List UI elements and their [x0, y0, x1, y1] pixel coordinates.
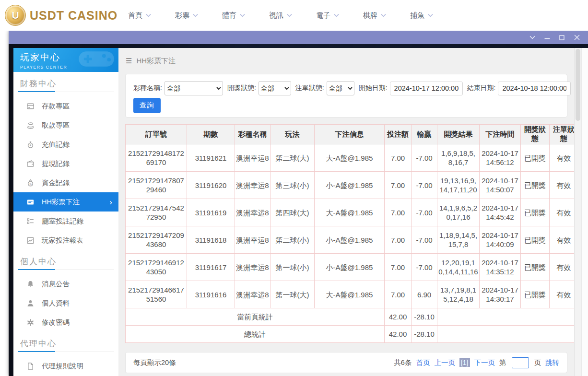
column-header: 玩法 — [270, 125, 315, 144]
summary-empty — [437, 308, 575, 326]
column-header: 注單狀態 — [550, 125, 575, 144]
window-body: 玩家中心 PLAYERS CENTER 財務中心存款專區取款專區¥充值記錄提 — [9, 44, 588, 376]
column-header: 期數 — [187, 125, 235, 144]
filter-panel: 彩種名稱: 全部 開獎狀態: 全部 注單狀態: 全 — [125, 74, 567, 118]
sidebar-item-label: 消息公告 — [42, 280, 70, 289]
first-page-link[interactable]: 首页 — [416, 358, 430, 367]
vertical-scrollbar[interactable] — [574, 48, 581, 376]
table-cell: 小-A盤@1.985 — [315, 226, 385, 254]
window-titlebar — [9, 31, 588, 44]
table-cell: 澳洲幸运8 — [235, 144, 270, 172]
scrollbar-thumb[interactable] — [576, 49, 580, 121]
chevron-down-icon — [240, 13, 245, 17]
nav-item-label: 視訊 — [269, 11, 283, 20]
nav-item-label: 電子 — [316, 11, 330, 20]
maximize-icon[interactable] — [554, 31, 569, 44]
table-cell: 14,1,9,6,5,20,17,16 — [437, 199, 480, 226]
sidebar-item-label: HH彩票下注 — [42, 198, 80, 207]
nav-item-lottery[interactable]: 彩票 — [175, 11, 198, 20]
table-cell: -7.00 — [412, 144, 437, 172]
column-header: 開獎結果 — [437, 125, 480, 144]
table-cell: 2024-10-17 14:50:07 — [480, 172, 521, 199]
table-cell: 大-A盤@1.985 — [315, 199, 385, 226]
nav-item-video[interactable]: 視訊 — [269, 11, 292, 20]
minimize-icon[interactable] — [540, 31, 554, 44]
page-jump-input[interactable] — [512, 357, 529, 368]
table-cell: 2024-10-17 14:45:42 — [480, 199, 521, 226]
table-cell: 澳洲幸运8 — [235, 226, 270, 254]
sidebar-item-hh-lottery-bets[interactable]: HH彩票下注› — [13, 192, 118, 212]
sidebar-item-label: 提現記錄 — [42, 159, 70, 168]
jump-button[interactable]: 跳转 — [545, 358, 559, 367]
table-cell: 澳洲幸运8 — [235, 172, 270, 199]
table-cell: 有效 — [550, 281, 575, 308]
sidebar-item-recharge-record[interactable]: ¥充值記錄 — [13, 135, 118, 154]
table-cell: 澳洲幸运8 — [235, 199, 270, 226]
gamepad-icon — [76, 48, 117, 72]
table-cell: 31191616 — [187, 281, 235, 308]
sidebar-section-title: 個人中心 — [13, 250, 118, 266]
table-cell: 有效 — [550, 254, 575, 281]
sidebar-header: 玩家中心 PLAYERS CENTER — [13, 48, 118, 72]
section-divider — [18, 92, 114, 92]
nav-item-sports[interactable]: 體育 — [222, 11, 245, 20]
sidebar: 玩家中心 PLAYERS CENTER 財務中心存款專區取款專區¥充值記錄提 — [13, 48, 118, 376]
nav-item-cards[interactable]: 棋牌 — [363, 11, 386, 20]
sidebar-item-profile[interactable]: 個人資料 — [13, 294, 118, 313]
summary-label: 總統計 — [126, 326, 385, 343]
summary-winloss-total: -28.10 — [412, 308, 437, 326]
sidebar-item-withdraw[interactable]: 取款專區 — [13, 116, 118, 135]
sidebar-item-label: 修改密碼 — [42, 318, 70, 327]
end-date-input[interactable] — [498, 82, 571, 95]
sidebar-item-withdraw-record[interactable]: 提現記錄 — [13, 154, 118, 173]
site-logo[interactable]: U USDT CASINO — [5, 5, 113, 26]
prev-page-link[interactable]: 上一页 — [434, 358, 455, 367]
sidebar-item-change-password[interactable]: 修改密碼 — [13, 313, 118, 332]
player-center-window: 玩家中心 PLAYERS CENTER 財務中心存款專區取款專區¥充值記錄提 — [9, 31, 588, 376]
table-cell: 第二球(大) — [270, 144, 315, 172]
sidebar-item-room-bet-record[interactable]: 廳室投註記錄 — [13, 212, 118, 231]
table-row: 215217291466175156031191616澳洲幸运8第一球(大)大-… — [126, 281, 575, 308]
search-button[interactable]: 查詢 — [133, 98, 161, 113]
sidebar-item-deposit[interactable]: 存款專區 — [13, 96, 118, 116]
sidebar-item-label: 廳室投註記錄 — [42, 217, 83, 226]
column-header: 開獎狀態 — [521, 125, 550, 144]
next-page-link[interactable]: 下一页 — [474, 358, 495, 367]
summary-winloss-total: -28.10 — [412, 326, 437, 343]
sidebar-item-player-bet-report[interactable]: 玩家投注報表 — [13, 231, 118, 250]
table-cell: 已開獎 — [521, 199, 550, 226]
nav-item-fishing[interactable]: 捕魚 — [410, 11, 433, 20]
table-cell: 7.00 — [385, 199, 412, 226]
close-icon[interactable] — [569, 31, 584, 44]
sidebar-item-messages[interactable]: 消息公告 — [13, 274, 118, 294]
draw-status-label: 開獎狀態: — [227, 84, 256, 93]
bell-icon — [26, 280, 35, 288]
window-edge-strip — [581, 48, 588, 376]
draw-status-select[interactable]: 全部 — [259, 81, 291, 95]
nav-item-slots[interactable]: 電子 — [316, 11, 339, 20]
table-cell: 2152172914754272950 — [126, 199, 187, 226]
table-row: 215217291475427295031191619澳洲幸运8第四球(大)大-… — [126, 199, 575, 226]
sidebar-item-agent-rules[interactable]: 代理規則說明 — [13, 356, 118, 376]
start-date-input[interactable] — [390, 82, 463, 95]
collapse-icon[interactable] — [525, 31, 540, 44]
table-cell: 1,6,9,18,5,8,16,7 — [437, 144, 480, 172]
sidebar-section-title: 財務中心 — [13, 72, 118, 88]
table-cell: 小-A盤@1.985 — [315, 254, 385, 281]
table-cell: 31191617 — [187, 254, 235, 281]
table-cell: -7.00 — [412, 199, 437, 226]
sidebar-item-funds-record[interactable]: $資金記錄 — [13, 173, 118, 192]
column-header: 彩種名稱 — [235, 125, 270, 144]
jump-prefix-text: 第 — [499, 358, 506, 367]
summary-row: 總統計42.00-28.10 — [126, 326, 575, 343]
table-cell: 31191619 — [187, 199, 235, 226]
bet-status-select[interactable]: 全部 — [327, 81, 354, 95]
start-date-label: 開始日期: — [359, 84, 388, 93]
table-cell: 第三球(小) — [270, 172, 315, 199]
table-cell: 6.90 — [412, 281, 437, 308]
table-cell: 2024-10-17 14:56:12 — [480, 144, 521, 172]
hamburger-icon[interactable]: ☰ — [126, 57, 132, 65]
lottery-name-select[interactable]: 全部 — [165, 81, 223, 95]
table-cell: 31191620 — [187, 172, 235, 199]
nav-item-home[interactable]: 首頁 — [128, 11, 151, 20]
